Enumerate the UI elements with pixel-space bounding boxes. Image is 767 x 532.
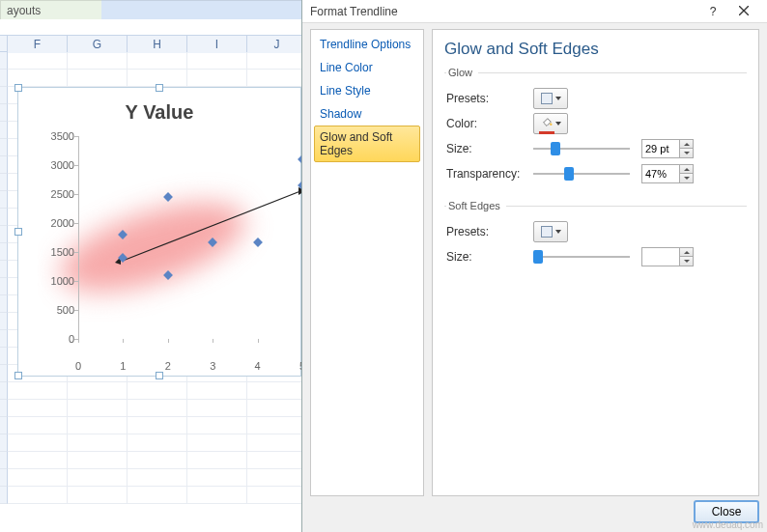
soft-size-slider[interactable] xyxy=(533,247,630,266)
cell[interactable] xyxy=(187,487,247,504)
glow-size-input[interactable] xyxy=(642,143,679,154)
chart-resize-handle[interactable] xyxy=(156,372,163,379)
cell[interactable] xyxy=(68,417,128,434)
glow-size-spinner[interactable] xyxy=(641,139,694,158)
spin-down-button[interactable] xyxy=(679,174,693,182)
soft-size-spinner[interactable] xyxy=(641,247,694,266)
cell[interactable] xyxy=(128,452,187,469)
cell[interactable] xyxy=(187,452,247,469)
row-header[interactable] xyxy=(0,122,8,139)
cell[interactable] xyxy=(128,469,187,487)
soft-size-input[interactable] xyxy=(642,251,679,263)
nav-item-trendline-options[interactable]: Trendline Options xyxy=(314,33,420,56)
cell[interactable] xyxy=(247,434,307,452)
row-header[interactable] xyxy=(0,52,8,70)
row-header[interactable] xyxy=(0,469,8,487)
row-header[interactable] xyxy=(0,452,8,469)
cell[interactable] xyxy=(187,400,247,417)
cell[interactable] xyxy=(8,469,68,487)
cell[interactable] xyxy=(128,382,187,400)
slider-thumb[interactable] xyxy=(533,250,543,264)
row-header[interactable] xyxy=(0,156,8,174)
spin-down-button[interactable] xyxy=(679,149,693,157)
cell[interactable] xyxy=(128,417,187,434)
row-header[interactable] xyxy=(0,417,8,434)
chart-plot-area[interactable]: 0500100015002000250030003500012345 xyxy=(38,136,302,354)
row-header[interactable] xyxy=(0,191,8,209)
cell[interactable] xyxy=(187,70,247,87)
cell[interactable] xyxy=(187,469,247,487)
row-header[interactable] xyxy=(0,261,8,278)
row-header[interactable] xyxy=(0,174,8,191)
col-header[interactable]: I xyxy=(187,36,247,53)
cell[interactable] xyxy=(68,382,128,400)
row-header[interactable] xyxy=(0,330,8,348)
glow-transparency-slider[interactable] xyxy=(533,164,630,183)
row-header[interactable] xyxy=(0,313,8,330)
cell[interactable] xyxy=(187,417,247,434)
cell[interactable] xyxy=(128,487,187,504)
cell[interactable] xyxy=(8,417,68,434)
cell[interactable] xyxy=(187,52,247,70)
soft-presets-dropdown[interactable] xyxy=(533,221,568,242)
cell[interactable] xyxy=(68,400,128,417)
nav-item-line-color[interactable]: Line Color xyxy=(314,56,420,79)
cell[interactable] xyxy=(68,452,128,469)
cell[interactable] xyxy=(187,434,247,452)
cell[interactable] xyxy=(247,400,307,417)
row-header[interactable] xyxy=(0,278,8,295)
dialog-titlebar[interactable]: Format Trendline ? xyxy=(302,0,767,23)
cell[interactable] xyxy=(247,52,307,70)
cell[interactable] xyxy=(68,487,128,504)
nav-item-glow-and-soft-edges[interactable]: Glow and Soft Edges xyxy=(314,126,420,162)
glow-transparency-input[interactable] xyxy=(642,168,679,180)
cell[interactable] xyxy=(247,382,307,400)
row-header[interactable] xyxy=(0,209,8,226)
col-header[interactable]: G xyxy=(68,36,128,53)
cell[interactable] xyxy=(8,487,68,504)
glow-presets-dropdown[interactable] xyxy=(533,88,568,109)
cell[interactable] xyxy=(8,52,68,70)
spin-up-button[interactable] xyxy=(679,140,693,149)
row-header[interactable] xyxy=(0,295,8,313)
slider-thumb[interactable] xyxy=(564,167,574,181)
cell[interactable] xyxy=(247,70,307,87)
row-header[interactable] xyxy=(0,487,8,504)
row-header[interactable] xyxy=(0,70,8,87)
slider-thumb[interactable] xyxy=(551,142,560,155)
chart-resize-handle[interactable] xyxy=(14,84,22,92)
spin-up-button[interactable] xyxy=(679,248,693,257)
cell[interactable] xyxy=(247,452,307,469)
row-header[interactable] xyxy=(0,104,8,122)
glow-transparency-spinner[interactable] xyxy=(641,164,694,183)
spin-down-button[interactable] xyxy=(679,257,693,266)
chart-resize-handle[interactable] xyxy=(14,372,22,379)
spin-up-button[interactable] xyxy=(679,165,693,174)
row-header[interactable] xyxy=(0,348,8,365)
cell[interactable] xyxy=(8,452,68,469)
row-header[interactable] xyxy=(0,434,8,452)
cell[interactable] xyxy=(247,417,307,434)
row-header[interactable] xyxy=(0,139,8,156)
col-header[interactable]: H xyxy=(128,36,187,53)
glow-color-dropdown[interactable] xyxy=(533,113,568,134)
chart-resize-handle[interactable] xyxy=(156,84,163,92)
cell[interactable] xyxy=(128,434,187,452)
col-header[interactable]: J xyxy=(247,36,307,53)
cell[interactable] xyxy=(8,434,68,452)
row-header[interactable] xyxy=(0,365,8,382)
cell[interactable] xyxy=(128,52,187,70)
cell[interactable] xyxy=(68,52,128,70)
chart-title[interactable]: Y Value xyxy=(18,101,300,124)
glow-size-slider[interactable] xyxy=(533,139,630,158)
embedded-chart[interactable]: Y Value 05001000150020002500300035000123… xyxy=(17,87,301,377)
row-header[interactable] xyxy=(0,400,8,417)
row-header[interactable] xyxy=(0,243,8,261)
row-header[interactable] xyxy=(0,382,8,400)
chart-resize-handle[interactable] xyxy=(14,228,22,236)
cell[interactable] xyxy=(68,434,128,452)
select-all-corner[interactable] xyxy=(0,36,8,51)
cell[interactable] xyxy=(128,400,187,417)
col-header[interactable]: F xyxy=(8,36,68,53)
help-button[interactable]: ? xyxy=(697,5,728,18)
